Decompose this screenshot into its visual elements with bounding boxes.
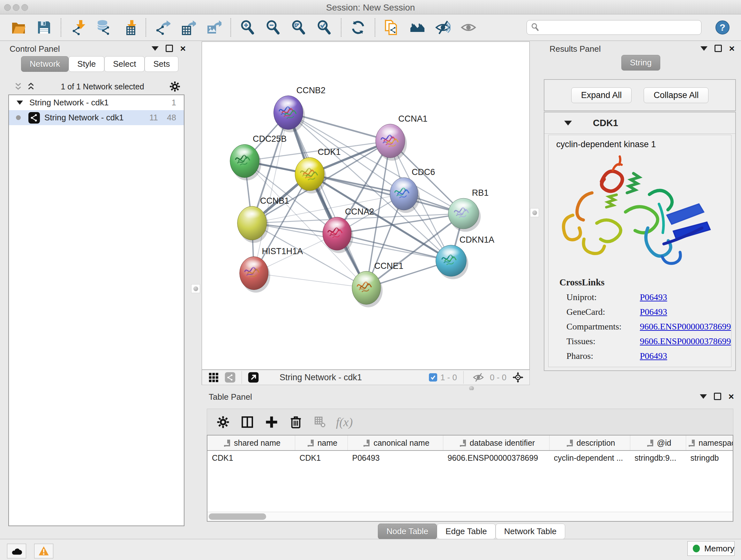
column-header-canonicalname[interactable]: canonical name bbox=[348, 435, 443, 450]
network-node-HIST1H1A[interactable]: HIST1H1A bbox=[240, 246, 303, 293]
tab-select[interactable]: Select bbox=[105, 56, 145, 72]
tab-edge-table[interactable]: Edge Table bbox=[437, 523, 495, 539]
network-options-gear-icon[interactable] bbox=[169, 81, 181, 92]
search-input[interactable] bbox=[527, 20, 701, 35]
network-node-CDKN1A[interactable]: CDKN1A bbox=[436, 235, 495, 279]
network-node-CDC25B[interactable]: CDC25B bbox=[230, 134, 286, 180]
expand-all-icon[interactable] bbox=[26, 82, 36, 91]
tab-sets[interactable]: Sets bbox=[145, 56, 179, 72]
import-table-icon[interactable] bbox=[121, 19, 137, 36]
column-header-id[interactable]: @id bbox=[630, 435, 686, 450]
delete-table-icon bbox=[313, 415, 328, 430]
title-bar[interactable]: Session: New Session bbox=[0, 0, 741, 14]
table-horizontal-scrollbar[interactable] bbox=[207, 512, 733, 521]
panel-menu-icon[interactable] bbox=[700, 46, 708, 51]
crosslink-link[interactable]: P06493 bbox=[640, 292, 667, 302]
panel-menu-icon[interactable] bbox=[700, 394, 707, 399]
network-canvas[interactable]: CCNB2 CCNA1 CDC25B CDK1 CDC6 R bbox=[202, 42, 530, 370]
tab-node-table[interactable]: Node Table bbox=[378, 523, 437, 539]
memory-button[interactable]: Memory bbox=[687, 541, 735, 556]
column-header-databaseidentifier[interactable]: database identifier bbox=[443, 435, 549, 450]
hidden-counts: 0 - 0 bbox=[490, 373, 507, 382]
panel-close-icon[interactable]: × bbox=[728, 393, 734, 400]
column-header-description[interactable]: description bbox=[549, 435, 630, 450]
network-node-RB1[interactable]: RB1 bbox=[448, 188, 488, 232]
string-home-icon[interactable] bbox=[409, 19, 426, 36]
crosslink-row: Uniprot:P06493 bbox=[559, 292, 731, 302]
string-network-icon bbox=[28, 112, 40, 124]
network-node-CCNB2[interactable]: CCNB2 bbox=[274, 85, 326, 132]
column-header-namespace[interactable]: namespace bbox=[686, 435, 734, 450]
add-column-icon[interactable] bbox=[264, 415, 279, 430]
expand-all-button[interactable]: Expand All bbox=[571, 87, 632, 103]
panel-close-icon[interactable]: × bbox=[180, 45, 186, 52]
network-node-CCNA1[interactable]: CCNA1 bbox=[376, 114, 427, 161]
column-header-name[interactable]: name bbox=[295, 435, 348, 450]
network-edge[interactable] bbox=[288, 113, 366, 288]
network-node-CCNE1[interactable]: CCNE1 bbox=[352, 261, 403, 307]
export-image-icon[interactable] bbox=[205, 19, 222, 36]
zoom-fit-icon[interactable] bbox=[290, 19, 307, 36]
cloud-status-icon[interactable] bbox=[7, 544, 26, 558]
export-table-icon[interactable] bbox=[180, 19, 197, 36]
tab-network[interactable]: Network bbox=[21, 56, 69, 72]
panel-float-icon[interactable] bbox=[165, 45, 173, 52]
save-session-icon[interactable] bbox=[36, 19, 52, 36]
panel-float-icon[interactable] bbox=[715, 45, 722, 52]
show-columns-icon[interactable] bbox=[240, 415, 255, 430]
delete-column-icon[interactable] bbox=[288, 415, 304, 430]
warning-status-icon[interactable] bbox=[34, 544, 53, 558]
scrollbar-thumb[interactable] bbox=[209, 513, 266, 520]
selected-checkbox-icon[interactable] bbox=[429, 373, 437, 381]
tab-network-table[interactable]: Network Table bbox=[495, 523, 565, 539]
node-count: 11 bbox=[149, 113, 158, 123]
network-collection-row[interactable]: String Network - cdk1 1 bbox=[9, 95, 184, 110]
tree-expander-icon[interactable] bbox=[17, 101, 23, 105]
zoom-in-icon[interactable] bbox=[239, 19, 256, 36]
panel-close-icon[interactable]: × bbox=[729, 45, 735, 52]
network-graph[interactable]: CCNB2 CCNA1 CDC25B CDK1 CDC6 R bbox=[202, 42, 529, 369]
import-network-icon[interactable] bbox=[70, 19, 86, 36]
column-header-sharedname[interactable]: shared name bbox=[207, 435, 295, 450]
detach-view-icon[interactable] bbox=[247, 371, 260, 384]
hidden-eye-slash-icon[interactable] bbox=[472, 371, 485, 384]
panel-menu-icon[interactable] bbox=[151, 46, 158, 51]
zoom-out-icon[interactable] bbox=[265, 19, 281, 36]
collapse-all-button[interactable]: Collapse All bbox=[644, 87, 709, 103]
network-edge[interactable] bbox=[337, 234, 451, 261]
network-row-selected[interactable]: String Network - cdk1 11 48 bbox=[9, 110, 184, 125]
crosslink-row: GeneCard:P06493 bbox=[559, 307, 731, 317]
grid-view-icon[interactable] bbox=[207, 371, 220, 384]
import-database-icon[interactable] bbox=[95, 19, 112, 36]
crosslink-link[interactable]: 9606.ENSP00000378699 bbox=[640, 321, 731, 332]
table-options-gear-icon[interactable] bbox=[215, 415, 231, 430]
application-window: Session: New Session Control Panel × Net… bbox=[0, 0, 741, 560]
left-splitter-handle[interactable] bbox=[191, 284, 200, 293]
collection-label: String Network - cdk1 bbox=[29, 98, 109, 108]
crosslinks-section: CrossLinks Uniprot:P06493GeneCard:P06493… bbox=[559, 277, 731, 361]
crosslink-link[interactable]: P06493 bbox=[640, 307, 667, 317]
network-node-CCNB1[interactable]: CCNB1 bbox=[238, 196, 289, 243]
entry-header[interactable]: CDK1 bbox=[544, 112, 735, 134]
crosslink-link[interactable]: P06493 bbox=[640, 351, 667, 361]
zoom-selected-icon[interactable] bbox=[316, 19, 333, 36]
center-view-icon[interactable] bbox=[512, 371, 524, 384]
right-splitter-handle[interactable] bbox=[530, 208, 539, 217]
hide-results-icon[interactable] bbox=[434, 19, 451, 36]
clone-network-icon[interactable] bbox=[384, 19, 400, 36]
help-icon[interactable] bbox=[714, 19, 731, 36]
entry-expander-icon[interactable] bbox=[564, 121, 572, 125]
show-results-icon[interactable] bbox=[460, 19, 477, 36]
panel-float-icon[interactable] bbox=[714, 393, 721, 400]
collapse-all-icon[interactable] bbox=[13, 82, 23, 91]
crosslink-link[interactable]: 9606.ENSP00000378699 bbox=[640, 336, 731, 347]
export-network-icon[interactable] bbox=[154, 19, 171, 36]
tab-string[interactable]: String bbox=[621, 55, 660, 71]
table-row[interactable]: CDK1CDK1P064939606.ENSP00000378699cyclin… bbox=[207, 450, 733, 465]
entry-description: cyclin-dependent kinase 1 bbox=[556, 139, 731, 149]
network-edge[interactable] bbox=[254, 273, 366, 288]
network-node-CDC6[interactable]: CDC6 bbox=[390, 167, 435, 213]
open-folder-icon[interactable] bbox=[10, 19, 27, 36]
refresh-layout-icon[interactable] bbox=[350, 19, 366, 36]
tab-style[interactable]: Style bbox=[69, 56, 105, 72]
